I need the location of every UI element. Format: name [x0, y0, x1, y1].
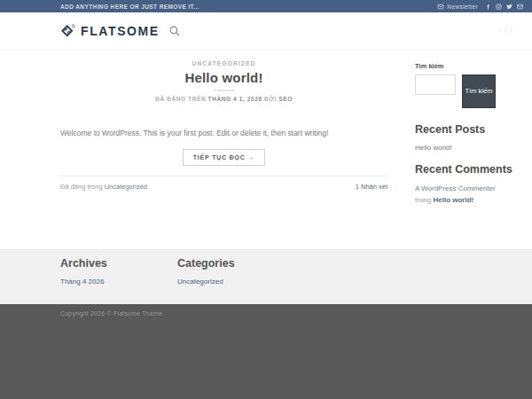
- post-header: UNCATEGORIZED Hello world! ĐÃ ĐĂNG TRÊN …: [60, 51, 387, 102]
- category-link[interactable]: Uncategorized: [177, 278, 294, 286]
- post-divider: [60, 176, 387, 176]
- post-meta: ĐÃ ĐĂNG TRÊN THÁNG 4 1, 2026 BỞI SEO: [60, 96, 387, 102]
- post-article: UNCATEGORIZED Hello world! ĐÃ ĐĂNG TRÊN …: [60, 51, 387, 249]
- instagram-icon[interactable]: [496, 4, 502, 10]
- comment-post-link[interactable]: Hello world!: [433, 196, 473, 204]
- read-more-button[interactable]: TIẾP TỤC ĐỌC →: [183, 149, 265, 166]
- comment-author-link[interactable]: A WordPress Commenter: [415, 184, 496, 192]
- search-icon[interactable]: [169, 26, 180, 36]
- recent-comment-item: A WordPress Commenter trong Hello world!: [415, 184, 502, 207]
- envelope-icon: [437, 4, 444, 10]
- categories-title: Categories: [177, 257, 294, 270]
- sidebar: Tìm kiếm Tìm kiếm Recent Posts Hello wor…: [415, 51, 502, 249]
- categories-widget: Categories Uncategorized: [177, 257, 294, 304]
- newsletter-label: Newsletter: [447, 4, 478, 10]
- archives-title: Archives: [60, 257, 177, 270]
- search-submit-button[interactable]: Tìm kiếm: [462, 74, 496, 108]
- posted-in-category-link[interactable]: Uncategorized: [105, 183, 147, 191]
- recent-post-link[interactable]: Hello world!: [415, 144, 502, 152]
- posted-on-prefix: ĐÃ ĐĂNG TRÊN: [155, 96, 206, 102]
- topbar-right: Newsletter: [437, 4, 523, 10]
- archive-link[interactable]: Tháng 4 2026: [60, 278, 177, 286]
- by-label: BỞI: [264, 96, 277, 102]
- prev-arrow-icon[interactable]: ‹: [498, 25, 501, 35]
- search-widget-title: Tìm kiếm: [415, 62, 502, 70]
- topbar: ADD ANYTHING HERE OR JUST REMOVE IT... N…: [0, 0, 532, 12]
- post-footer-meta: Đã đăng trong Uncategorized 1 Nhận xét: [60, 183, 387, 191]
- post-date[interactable]: THÁNG 4 1, 2026: [208, 96, 262, 102]
- recent-comments-title: Recent Comments: [415, 163, 502, 176]
- post-excerpt: Welcome to WordPress. This is your first…: [60, 129, 387, 139]
- post-author[interactable]: SEO: [278, 96, 293, 102]
- post-category-label[interactable]: UNCATEGORIZED: [60, 60, 387, 66]
- facebook-icon[interactable]: [485, 4, 491, 10]
- header-nav-arrows: ‹ ›: [498, 25, 512, 35]
- recent-posts-title: Recent Posts: [415, 123, 502, 136]
- twitter-icon[interactable]: [506, 4, 512, 10]
- post-title[interactable]: Hello world!: [60, 70, 387, 85]
- archives-widget: Archives Tháng 4 2026: [60, 257, 177, 304]
- copyright-text: Copyright 2026 © Flatsome Theme: [60, 310, 532, 317]
- main-area: UNCATEGORIZED Hello world! ĐÃ ĐĂNG TRÊN …: [0, 51, 532, 249]
- search-input[interactable]: [415, 74, 456, 95]
- title-divider: [214, 90, 235, 91]
- next-arrow-icon[interactable]: ›: [510, 25, 512, 35]
- site-logo[interactable]: FLATSOME: [60, 23, 160, 40]
- site-header: FLATSOME ‹ ›: [0, 12, 532, 51]
- email-icon[interactable]: [517, 4, 523, 10]
- comments-count-link[interactable]: 1 Nhận xét: [356, 183, 387, 191]
- footer-widgets: Archives Tháng 4 2026 Categories Uncateg…: [0, 249, 532, 304]
- search-widget: Tìm kiếm: [415, 74, 502, 108]
- posted-in: Đã đăng trong Uncategorized: [60, 183, 147, 191]
- comment-prefix: trong: [415, 196, 431, 204]
- newsletter-link[interactable]: Newsletter: [437, 4, 478, 10]
- flatsome-diamond-logo-icon: [60, 23, 75, 40]
- posted-in-prefix: Đã đăng trong: [60, 183, 103, 191]
- logo-text: FLATSOME: [81, 24, 160, 38]
- footer-dark: Copyright 2026 © Flatsome Theme: [0, 304, 532, 399]
- topbar-message: ADD ANYTHING HERE OR JUST REMOVE IT...: [60, 4, 200, 10]
- divider: [505, 26, 506, 35]
